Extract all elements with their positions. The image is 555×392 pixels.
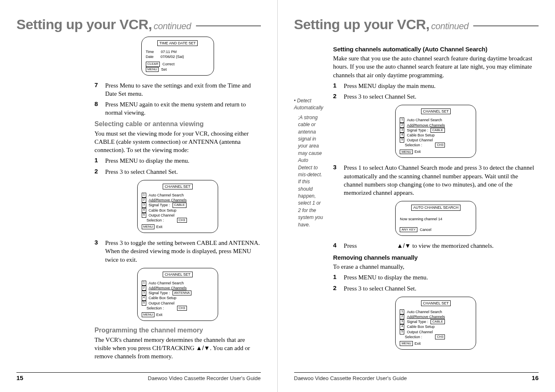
osd-item-label: Auto Channel Search: [149, 281, 184, 286]
step-7: 7 Press Menu to save the settings and ex…: [94, 81, 261, 98]
osd-item-num: 2: [142, 198, 146, 203]
arrows-icon: ▲/▼: [397, 242, 411, 249]
osd-item-label: Signal Type :: [407, 128, 428, 133]
osd-item-label: Add/Remove Channels: [407, 123, 445, 128]
osd-item-num: 3: [142, 203, 146, 208]
step-num: 3: [94, 239, 100, 264]
osd-item-label: Auto Channel Search: [149, 193, 184, 198]
osd-item-label: Output Channel: [407, 138, 433, 143]
step-body: Press 3 to select Channel Set.: [344, 284, 539, 293]
osd-menu-label: MENU: [142, 224, 155, 229]
step-num: 8: [94, 100, 100, 117]
footer: Daewoo Video Cassette Recorder User's Gu…: [294, 372, 539, 381]
osd-channel-set-right-1: CHANNEL SET 1Auto Channel Search 2Add/Re…: [395, 105, 476, 158]
osd-item-num: 5: [400, 330, 404, 334]
osd-item-num: 1: [400, 309, 404, 314]
page-15: Setting up your VCR, continued TIME AND …: [0, 0, 278, 392]
step-8: 8 Press MENU again to exit the menu syst…: [94, 100, 261, 117]
remove-step-1: 1 Press MENU to display the menu.: [333, 273, 539, 281]
osd-item-label: Output Channel: [149, 213, 175, 218]
subhead-selecting: Selecting cable or antenna viewing: [94, 120, 261, 128]
osd-item-label: Signal Type :: [149, 291, 170, 295]
osd-anykey-text: Cancel: [420, 227, 431, 232]
osd-item-label: Auto Channel Search: [407, 309, 442, 314]
osd-date-value: 07/06/02 (Sat): [161, 54, 184, 59]
step-body: Press Menu to save the settings and exit…: [105, 81, 261, 98]
subhead-auto-search: Setting channels automatically (Auto Cha…: [333, 46, 539, 53]
osd-item-num: 3: [142, 291, 146, 295]
auto-step-3: 3 Press 1 to select Auto Channel Search …: [333, 164, 539, 197]
title-continued: continued: [154, 21, 191, 32]
osd-channel-set-cable: CHANNEL SET 1Auto Channel Search 2Add/Re…: [137, 180, 218, 233]
step-num: 1: [333, 273, 339, 281]
page-16: Setting up your VCR, continued • Detect …: [278, 0, 555, 392]
osd-selection-label: Selection :: [147, 218, 164, 223]
subhead-programming: Programming the channel memory: [94, 327, 261, 334]
para-removing: To erase a channel manually,: [333, 263, 539, 271]
sel-step-2: 2 Press 3 to select Channel Set.: [94, 168, 261, 176]
title-main: Setting up your VCR,: [16, 16, 152, 32]
step-body: Press 3 to select Channel Set.: [105, 168, 261, 176]
osd-item-num: 5: [400, 138, 404, 143]
osd-item-label: Cable Box Setup: [407, 133, 435, 138]
osd-item-label: Cable Box Setup: [149, 208, 177, 213]
osd-selection-value: CH3: [177, 218, 187, 223]
osd-title: CHANNEL SET: [163, 184, 193, 189]
osd-item-label: Add/Remove Channels: [149, 286, 187, 291]
osd-selection-value: CH3: [435, 143, 445, 148]
osd-item-num: 4: [400, 133, 404, 138]
para-auto-search: Make sure that you use the auto channel …: [333, 54, 539, 79]
osd-selection-value: CH3: [177, 306, 187, 311]
osd-time-label: Time: [146, 49, 154, 54]
osd-title: CHANNEL SET: [421, 300, 451, 306]
osd-item-label: Cable Box Setup: [407, 324, 435, 329]
para-programming: The VCR's channel memory determines the …: [94, 336, 261, 361]
step4-b: to view the memorized channels.: [412, 242, 494, 249]
osd-title: TIME AND DATE SET: [157, 40, 198, 46]
step-num: 1: [94, 157, 100, 165]
osd-item-label: Add/Remove Channels: [407, 314, 445, 319]
osd-selection-label: Selection :: [405, 334, 422, 339]
osd-item-num: 4: [142, 208, 146, 213]
margin-note-body: ;A strong cable or antenna signal in you…: [294, 114, 323, 228]
osd-item-num: 3: [400, 128, 404, 133]
osd-item-num: 2: [400, 314, 404, 319]
osd-item-num: 2: [400, 123, 404, 128]
osd-item-num: 3: [400, 319, 404, 324]
page-title: Setting up your VCR, continued: [294, 16, 539, 32]
step-num: 1: [333, 82, 339, 90]
footer: 15 Daewoo Video Cassette Recorder User's…: [16, 372, 261, 381]
osd-channel-set-right-2: CHANNEL SET 1Auto Channel Search 2Add/Re…: [395, 297, 476, 350]
osd-item-num: 2: [142, 286, 146, 291]
step-body: Press MENU display the main menu.: [344, 82, 539, 90]
step-body: Press MENU again to exit the menu system…: [105, 100, 261, 117]
osd-item-label: Output Channel: [407, 330, 433, 334]
osd-clear-text: Correct: [162, 62, 175, 67]
osd-exit: Exit: [415, 341, 421, 346]
step-num: 3: [333, 164, 339, 197]
sel-step-1: 1 Press MENU to display the menu.: [94, 157, 261, 165]
title-main: Setting up your VCR,: [294, 16, 430, 32]
sel-step-3: 3 Press 3 to toggle the setting between …: [94, 239, 261, 264]
auto-step-2: 2 Press 3 to select Channel Set.: [333, 92, 539, 101]
step-body: Press 3 to select Channel Set.: [344, 92, 539, 101]
osd-item-label: Auto Channel Search: [407, 118, 442, 122]
osd-menu-box: MENU: [146, 67, 159, 72]
page-number: 16: [532, 374, 539, 381]
osd-selection-label: Selection :: [147, 306, 164, 311]
footer-source: Daewoo Video Cassette Recorder User's Gu…: [294, 375, 407, 381]
osd-auto-channel-search: AUTO CHANNEL SEARCH Now scanning channel…: [395, 201, 476, 235]
osd-item-num: 5: [142, 213, 146, 218]
subhead-removing: Removing channels manually: [333, 254, 539, 261]
title-continued: continued: [431, 21, 469, 32]
osd-selection-label: Selection :: [405, 143, 422, 148]
step-num: 2: [333, 284, 339, 293]
osd-clear-box: CLEAR: [146, 62, 160, 67]
osd-title: AUTO CHANNEL SEARCH: [411, 205, 461, 210]
osd-menu-label: MENU: [400, 150, 413, 154]
osd-item-num: 1: [142, 193, 146, 198]
auto-step-4: 4 Press ▲/▼ to view the memorized channe…: [333, 242, 539, 250]
step4-a: Press: [344, 242, 357, 249]
osd-item-label: Signal Type :: [407, 319, 428, 324]
osd-item-num: 1: [400, 118, 404, 122]
